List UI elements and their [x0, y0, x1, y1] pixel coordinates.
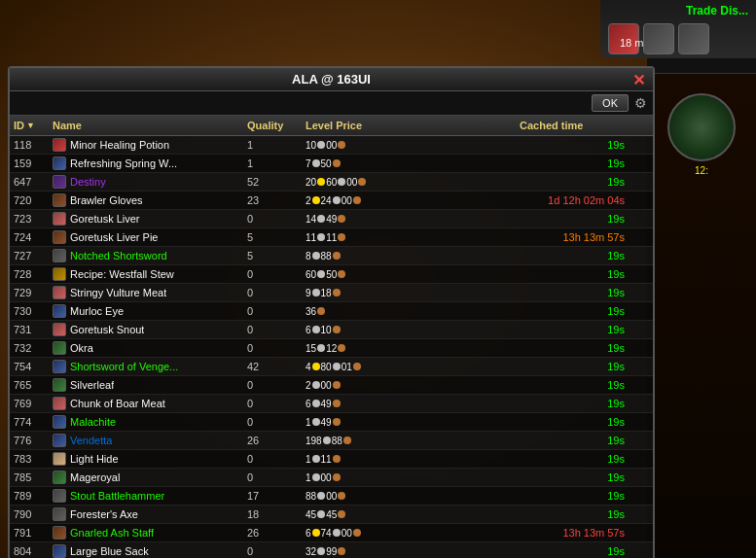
table-row[interactable]: 769 Chunk of Boar Meat 0 649 19s: [10, 395, 653, 413]
item-icon: [53, 489, 66, 503]
cell-name: Goretusk Liver: [49, 211, 243, 227]
cell-name: Mageroyal: [49, 470, 243, 485]
cell-name: Silverleaf: [49, 377, 243, 393]
cell-id: 723: [10, 211, 49, 227]
table-row[interactable]: 783 Light Hide 0 111 19s: [10, 450, 653, 469]
cell-name: Goretusk Liver Pie: [49, 229, 243, 245]
window-toolbar: OK ⚙: [10, 91, 653, 116]
cell-price: 6050: [302, 266, 516, 282]
cell-id: 789: [10, 488, 49, 504]
col-header-name[interactable]: Name: [49, 118, 243, 133]
table-row[interactable]: 776 Vendetta 26 19888 19s: [10, 432, 653, 450]
cell-price: 1000: [302, 137, 516, 153]
table-row[interactable]: 791 Gnarled Ash Staff 26 67400 13h 13m 5…: [10, 524, 653, 542]
cell-cached: 19s: [516, 137, 632, 153]
cell-name: Stout Battlehammer: [49, 488, 243, 504]
cell-cached: 19s: [516, 396, 632, 411]
item-name: Silverleaf: [70, 379, 114, 391]
table-row[interactable]: 159 Refreshing Spring W... 1 750 19s: [10, 155, 653, 173]
item-name: Large Blue Sack: [70, 545, 149, 557]
cell-name: Murloc Eye: [49, 303, 243, 319]
cell-id: 765: [10, 377, 49, 393]
table-row[interactable]: 729 Stringy Vulture Meat 0 918 19s: [10, 284, 653, 302]
item-name: Refreshing Spring W...: [70, 157, 177, 169]
cell-id: 769: [10, 396, 49, 411]
table-row[interactable]: 730 Murloc Eye 0 36 19s: [10, 302, 653, 321]
level-display: 12:: [647, 165, 756, 176]
table-row[interactable]: 647 Destiny 52 206000 19s: [10, 173, 653, 192]
cell-name: Shortsword of Venge...: [49, 359, 243, 374]
cell-quality: 0: [243, 266, 302, 282]
table-row[interactable]: 804 Large Blue Sack 0 3299 19s: [10, 542, 653, 558]
cell-name: Notched Shortsword: [49, 248, 243, 263]
cell-id: 774: [10, 414, 49, 430]
cell-id: 730: [10, 303, 49, 319]
table-row[interactable]: 765 Silverleaf 0 200 19s: [10, 376, 653, 395]
table-row[interactable]: 790 Forester's Axe 18 4545 19s: [10, 506, 653, 524]
item-icon: [53, 378, 66, 392]
cell-cached: 13h 13m 57s: [516, 525, 632, 541]
cell-quality: 1: [243, 137, 302, 153]
cell-quality: 0: [243, 285, 302, 300]
cell-quality: 0: [243, 340, 302, 356]
cell-cached: 19s: [516, 470, 632, 485]
cell-price: 19888: [302, 433, 516, 448]
cell-quality: 0: [243, 543, 302, 558]
cell-quality: 5: [243, 229, 302, 245]
cell-quality: 0: [243, 322, 302, 337]
table-header: ID ▼ Name Quality Level Price Cached tim…: [10, 116, 653, 136]
icon-2[interactable]: [643, 23, 674, 54]
right-panel: 12:: [647, 0, 756, 558]
col-header-quality[interactable]: Quality: [243, 118, 302, 133]
cell-cached: 19s: [516, 211, 632, 227]
cell-price: 48001: [302, 359, 516, 374]
item-icon: [53, 323, 66, 336]
cell-cached: 19s: [516, 451, 632, 467]
col-header-price[interactable]: Level Price: [302, 118, 516, 133]
table-row[interactable]: 728 Recipe: Westfall Stew 0 6050 19s: [10, 265, 653, 284]
col-header-cached[interactable]: Cached time: [516, 118, 632, 133]
timer-text: 18 m: [620, 37, 643, 49]
ok-button[interactable]: OK: [592, 94, 629, 112]
cell-name: Light Hide: [49, 451, 243, 467]
table-row[interactable]: 731 Goretusk Snout 0 610 19s: [10, 321, 653, 339]
cell-price: 22400: [302, 192, 516, 208]
table-row[interactable]: 723 Goretusk Liver 0 1449 19s: [10, 210, 653, 228]
cell-cached: 19s: [516, 174, 632, 190]
cell-cached: 19s: [516, 248, 632, 263]
close-button[interactable]: ✕: [632, 71, 645, 89]
cell-price: 1512: [302, 340, 516, 356]
table-row[interactable]: 118 Minor Healing Potion 1 1000 19s: [10, 136, 653, 155]
cell-quality: 52: [243, 174, 302, 190]
col-header-id[interactable]: ID ▼: [10, 118, 49, 133]
cell-name: Minor Healing Potion: [49, 137, 243, 153]
item-name: Stringy Vulture Meat: [70, 287, 166, 298]
cell-name: Vendetta: [49, 433, 243, 448]
item-name: Recipe: Westfall Stew: [70, 268, 174, 280]
table-row[interactable]: 754 Shortsword of Venge... 42 48001 19s: [10, 358, 653, 376]
cell-id: 783: [10, 451, 49, 467]
cell-id: 732: [10, 340, 49, 356]
gear-icon[interactable]: ⚙: [634, 95, 647, 111]
table-row[interactable]: 720 Brawler Gloves 23 22400 1d 12h 02m 0…: [10, 192, 653, 210]
cell-name: Large Blue Sack: [49, 543, 243, 558]
cell-quality: 0: [243, 470, 302, 485]
cell-id: 785: [10, 470, 49, 485]
table-row[interactable]: 727 Notched Shortsword 5 888 19s: [10, 247, 653, 265]
table-row[interactable]: 732 Okra 0 1512 19s: [10, 339, 653, 358]
cell-name: Okra: [49, 340, 243, 356]
table-row[interactable]: 774 Malachite 0 149 19s: [10, 413, 653, 432]
cell-cached: 19s: [516, 506, 632, 522]
cell-cached: 19s: [516, 433, 632, 448]
table-row[interactable]: 724 Goretusk Liver Pie 5 1111 13h 13m 57…: [10, 228, 653, 247]
cell-id: 729: [10, 285, 49, 300]
item-name: Okra: [70, 342, 93, 354]
cell-price: 200: [302, 377, 516, 393]
item-icon: [53, 452, 66, 466]
cell-name: Recipe: Westfall Stew: [49, 266, 243, 282]
table-row[interactable]: 785 Mageroyal 0 100 19s: [10, 469, 653, 487]
icon-3[interactable]: [678, 23, 709, 54]
minimap[interactable]: [667, 93, 736, 161]
top-right-panel: Trade Dis... 18 m: [600, 0, 756, 58]
table-row[interactable]: 789 Stout Battlehammer 17 8800 19s: [10, 487, 653, 506]
